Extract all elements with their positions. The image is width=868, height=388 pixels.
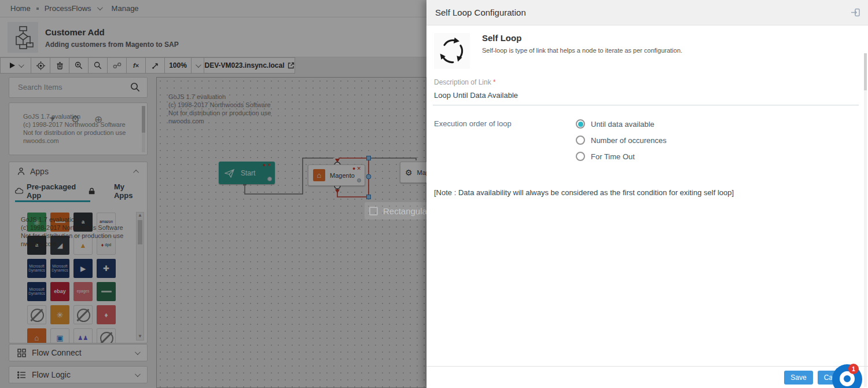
radio-label: Number of occurences — [591, 136, 667, 145]
description-of-link-label: Description of Link * — [434, 78, 496, 86]
panel-title: Self Loop Configuration — [435, 8, 526, 17]
radio-option[interactable]: Until data available — [576, 116, 667, 132]
snip-icon — [369, 207, 378, 215]
self-loop-config-panel: Self Loop Configuration Self Loop Self-l… — [426, 0, 868, 388]
screen: Home ProcessFlows Manage Customer Add Ad… — [0, 0, 868, 388]
execution-order-label: Execution order of loop — [434, 119, 512, 128]
radio-circle-icon[interactable] — [576, 136, 585, 145]
close-panel-icon[interactable] — [851, 8, 860, 17]
radio-option[interactable]: For Time Out — [576, 148, 667, 164]
panel-header: Self Loop Configuration — [426, 0, 868, 25]
description-of-link-input[interactable]: Loop Until Data Available — [434, 91, 518, 100]
required-asterisk: * — [493, 78, 496, 86]
self-loop-icon — [434, 33, 470, 69]
input-underline — [433, 105, 859, 105]
modal-dim-overlay[interactable] — [0, 0, 426, 388]
radio-label: Until data available — [591, 120, 654, 129]
chat-notification-badge: 1 — [848, 364, 859, 374]
self-loop-heading: Self Loop — [482, 33, 521, 43]
save-button[interactable]: Save — [784, 371, 812, 385]
panel-footer: Save Cancel — [426, 366, 868, 388]
radio-circle-icon[interactable] — [576, 152, 585, 161]
panel-scrollbar[interactable] — [864, 53, 867, 387]
radio-circle-icon[interactable] — [576, 119, 585, 129]
radio-label: For Time Out — [591, 152, 635, 161]
self-loop-description: Self-loop is type of link that helps a n… — [482, 47, 682, 54]
execution-order-radio-group: Until data availableNumber of occurences… — [576, 116, 667, 164]
panel-body: Self Loop Self-loop is type of link that… — [426, 25, 868, 366]
radio-option[interactable]: Number of occurences — [576, 132, 667, 148]
note-text: [Note : Data availability will always be… — [434, 188, 734, 197]
